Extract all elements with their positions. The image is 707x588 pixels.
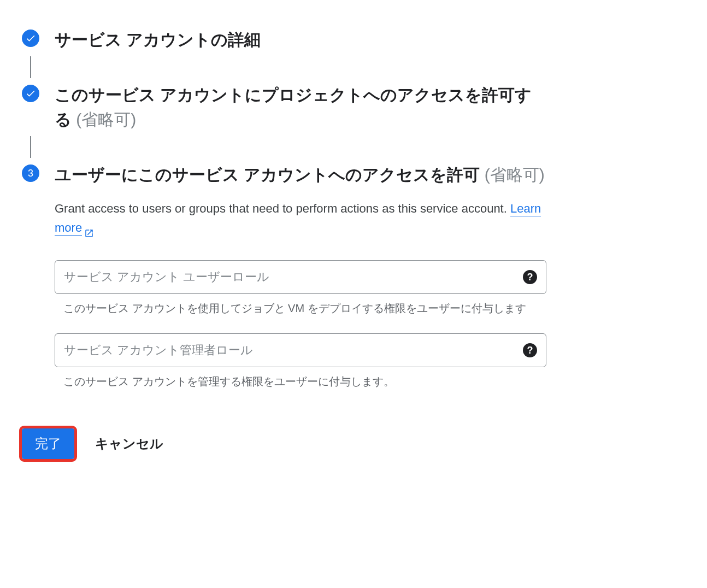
step-1-title: サービス アカウントの詳細: [55, 27, 546, 52]
admin-role-hint: このサービス アカウントを管理する権限をユーザーに付与します。: [55, 373, 546, 390]
stepper: サービス アカウントの詳細 このサービス アカウントにプロジェクトへのアクセスを…: [22, 27, 685, 390]
external-link-icon: [84, 225, 94, 234]
check-icon: [22, 30, 39, 47]
admin-role-input[interactable]: [64, 343, 517, 357]
check-icon: [22, 85, 39, 102]
admin-role-input-wrap[interactable]: ?: [55, 333, 546, 367]
step-1[interactable]: サービス アカウントの詳細: [22, 27, 685, 52]
user-role-hint: このサービス アカウントを使用してジョブと VM をデプロイする権限をユーザーに…: [55, 299, 546, 317]
step-2-optional: (省略可): [76, 110, 136, 128]
step-3: 3 ユーザーにこのサービス アカウントへのアクセスを許可 (省略可) Grant…: [22, 162, 685, 390]
user-role-field-group: ? このサービス アカウントを使用してジョブと VM をデプロイする権限をユーザ…: [55, 260, 546, 317]
step-2[interactable]: このサービス アカウントにプロジェクトへのアクセスを許可する (省略可): [22, 83, 685, 132]
help-icon[interactable]: ?: [523, 270, 537, 284]
actions-row: 完了 キャンセル: [22, 428, 685, 459]
cancel-button[interactable]: キャンセル: [91, 428, 168, 459]
step-3-optional: (省略可): [485, 166, 545, 184]
step-3-description: Grant access to users or groups that nee…: [55, 199, 546, 237]
step-3-title: ユーザーにこのサービス アカウントへのアクセスを許可 (省略可): [55, 162, 546, 187]
admin-role-field-group: ? このサービス アカウントを管理する権限をユーザーに付与します。: [55, 333, 546, 390]
help-icon[interactable]: ?: [523, 343, 537, 357]
step-3-desc-text: Grant access to users or groups that nee…: [55, 202, 510, 215]
step-3-title-main: ユーザーにこのサービス アカウントへのアクセスを許可: [55, 166, 485, 184]
step-2-title: このサービス アカウントにプロジェクトへのアクセスを許可する (省略可): [55, 83, 546, 132]
step-connector: [30, 56, 31, 78]
step-connector: [30, 136, 31, 158]
step-number-icon: 3: [22, 164, 39, 182]
user-role-input-wrap[interactable]: ?: [55, 260, 546, 294]
done-button[interactable]: 完了: [22, 428, 74, 459]
user-role-input[interactable]: [64, 270, 517, 284]
